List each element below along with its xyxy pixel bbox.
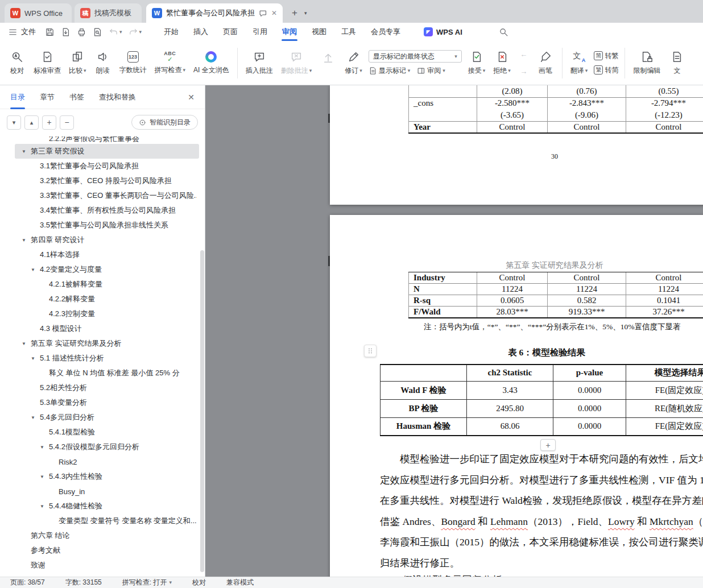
- toc-expand-arrow-icon[interactable]: ▼: [31, 356, 40, 361]
- toc-item[interactable]: 致谢: [15, 558, 199, 573]
- toc-item[interactable]: 4.1样本选择: [15, 247, 199, 262]
- standard-review-button[interactable]: 标准审查: [30, 44, 65, 82]
- toc-item[interactable]: ▼第五章 实证研究结果及分析: [15, 336, 199, 351]
- document-page-30[interactable]: (2.08)(0.76)(0.55)_cons-2.580***-2.843**…: [330, 85, 703, 205]
- accept-changes-button[interactable]: 接受▾: [464, 44, 490, 82]
- regression-table-fragment[interactable]: (2.08)(0.76)(0.55)_cons-2.580***-2.843**…: [408, 85, 703, 134]
- document-canvas[interactable]: (2.08)(0.76)(0.55)_cons-2.580***-2.843**…: [205, 85, 703, 577]
- menu-item-引用[interactable]: 引用: [245, 23, 275, 41]
- toc-item[interactable]: 3.1繁忙董事会与公司风险承担: [15, 159, 199, 173]
- sidebar-tab-章节[interactable]: 章节: [40, 85, 55, 109]
- translate-button[interactable]: 文A 翻译▾: [566, 44, 592, 82]
- menu-item-工具[interactable]: 工具: [334, 23, 363, 41]
- redo-icon[interactable]: [129, 27, 138, 37]
- toc-item[interactable]: 3.2繁忙董事、CEO 持股与公司风险承担: [15, 173, 199, 188]
- toc-expand-arrow-icon[interactable]: ▼: [40, 474, 49, 479]
- toc-item[interactable]: 3.5繁忙董事与公司风险承担非线性关系: [15, 218, 199, 233]
- new-tab-button[interactable]: +: [287, 6, 302, 20]
- undo-chevron-icon[interactable]: ▾: [119, 30, 122, 35]
- tab-list-chevron-icon[interactable]: ▾: [304, 10, 307, 16]
- restrict-editing-button[interactable]: 限制编辑: [629, 44, 664, 82]
- toc-item[interactable]: 4.2.1被解释变量: [15, 277, 199, 292]
- tab-template-site[interactable]: 稿 找稿壳模板: [75, 3, 142, 23]
- read-aloud-button[interactable]: 朗读: [90, 44, 115, 82]
- menu-item-开始[interactable]: 开始: [156, 23, 186, 41]
- previous-comment-button[interactable]: [316, 44, 341, 82]
- menu-item-审阅[interactable]: 审阅: [275, 23, 304, 41]
- zoom-in-button[interactable]: +: [42, 115, 56, 130]
- search-icon[interactable]: [499, 27, 508, 37]
- tab-wps-home[interactable]: W WPS Office: [5, 3, 72, 23]
- toc-expand-arrow-icon[interactable]: ▼: [40, 504, 49, 509]
- menu-item-会员专享[interactable]: 会员专享: [363, 23, 408, 41]
- toc-item[interactable]: ▼第三章 研究假设: [15, 144, 199, 159]
- smart-toc-button[interactable]: 智能识别目录: [131, 115, 198, 130]
- sidebar-scrollbar-thumb[interactable]: [200, 250, 204, 572]
- markup-state-dropdown[interactable]: 显示标记的最终状态 ▾: [369, 50, 462, 63]
- toc-item[interactable]: 4.2.2解释变量: [15, 292, 199, 307]
- toc-item[interactable]: ▼5.4.2假设模型多元回归分析: [15, 440, 199, 454]
- toc-item[interactable]: ▼5.4.3内生性检验: [15, 469, 199, 484]
- menu-item-视图[interactable]: 视图: [304, 23, 334, 41]
- menu-item-页面[interactable]: 页面: [216, 23, 245, 41]
- toc-item[interactable]: 5.3单变量分析: [15, 395, 199, 410]
- menu-item-插入[interactable]: 插入: [186, 23, 216, 41]
- toc-expand-arrow-icon[interactable]: ▼: [31, 415, 40, 420]
- toc-item[interactable]: 4.3 模型设计: [15, 321, 199, 336]
- compare-button[interactable]: 比较▾: [65, 44, 90, 82]
- toc-item[interactable]: 变量类型 变量符号 变量名称 变量定义和...: [15, 514, 199, 528]
- collapse-all-button[interactable]: ▾: [7, 115, 21, 130]
- close-tab-icon[interactable]: ✕: [271, 9, 277, 17]
- clipped-ribbon-button[interactable]: 文: [664, 44, 689, 82]
- tab-document[interactable]: W 繁忙董事会与公司风险承担 硕 ✕: [146, 3, 283, 23]
- track-changes-button[interactable]: 修订▾: [341, 44, 366, 82]
- toc-item[interactable]: 参考文献: [15, 543, 199, 558]
- toc-item[interactable]: ▼5.4多元回归分析: [15, 410, 199, 425]
- toc-item[interactable]: Busy_in: [15, 484, 199, 499]
- model-test-table[interactable]: ch2 Statisticp-value模型选择结果 Wald F 检验3.43…: [380, 364, 703, 436]
- toc-expand-arrow-icon[interactable]: ▼: [22, 149, 31, 154]
- toc-item[interactable]: ▼5.1 描述性统计分析: [15, 351, 199, 366]
- table-drag-handle[interactable]: [364, 345, 377, 357]
- document-page-31[interactable]: 第五章 实证研究结果及分析 IndustryControlControlCont…: [330, 215, 703, 577]
- sidebar-tab-书签[interactable]: 书签: [69, 85, 84, 109]
- toc-item[interactable]: ▼5.4.4稳健性检验: [15, 499, 199, 514]
- toc-expand-arrow-icon[interactable]: ▼: [31, 267, 40, 272]
- toc-item[interactable]: 4.2.3控制变量: [15, 307, 199, 321]
- toc-expand-arrow-icon[interactable]: ▼: [22, 341, 31, 346]
- spell-check-status[interactable]: 拼写检查: 打开▾: [122, 578, 172, 587]
- page-indicator[interactable]: 页面: 38/57: [10, 578, 45, 587]
- toc-expand-arrow-icon[interactable]: ▼: [40, 445, 49, 450]
- ai-polish-button[interactable]: AI 全文润色: [189, 44, 233, 82]
- sidebar-tab-目录[interactable]: 目录: [10, 85, 25, 109]
- proofread-status[interactable]: 校对: [192, 578, 206, 587]
- simplified-to-traditional-button[interactable]: 简 转繁: [594, 51, 618, 61]
- show-markup-button[interactable]: 显示标记▾: [369, 66, 411, 76]
- regression-table-continued[interactable]: IndustryControlControlControlN1122411224…: [408, 272, 703, 318]
- proofread-button[interactable]: 校对: [5, 44, 30, 82]
- print-icon[interactable]: [77, 27, 86, 37]
- toc-item[interactable]: 5.4.1模型检验: [15, 425, 199, 440]
- wps-ai-button[interactable]: ◤ WPS AI: [424, 27, 462, 36]
- toc-item[interactable]: 释义 单位 N 均值 标准差 最小值 25% 分: [15, 366, 199, 380]
- undo-icon[interactable]: [109, 27, 118, 37]
- word-count-indicator[interactable]: 字数: 33155: [65, 578, 102, 587]
- compatibility-mode-badge[interactable]: 兼容模式: [226, 578, 254, 587]
- close-sidebar-icon[interactable]: ✕: [188, 93, 195, 102]
- save-icon[interactable]: [45, 27, 55, 37]
- redo-chevron-icon[interactable]: ▾: [139, 30, 142, 35]
- comment-bubble-icon[interactable]: [259, 9, 267, 18]
- toc-item[interactable]: 第六章 结论: [15, 528, 199, 543]
- word-count-button[interactable]: 123 字数统计: [115, 44, 151, 82]
- print-preview-icon[interactable]: [93, 27, 102, 37]
- toc-item[interactable]: ▼第四章 研究设计: [15, 233, 199, 247]
- traditional-to-simplified-button[interactable]: 繁 转简: [594, 65, 618, 75]
- toc-item[interactable]: Risk2: [15, 454, 199, 469]
- previous-change-button[interactable]: ←: [517, 48, 531, 61]
- delete-comment-button[interactable]: 删除批注▾: [277, 44, 316, 82]
- insert-comment-button[interactable]: 插入批注: [242, 44, 277, 82]
- toc-item[interactable]: 3.3繁忙董事、CEO 董事长两职合一与公司风险...: [15, 188, 199, 203]
- ink-brush-button[interactable]: 画笔: [533, 44, 558, 82]
- toc-item[interactable]: ▼4.2变量定义与度量: [15, 262, 199, 277]
- toc-item[interactable]: 2.2.2声誉假说与繁忙董事会: [15, 136, 199, 144]
